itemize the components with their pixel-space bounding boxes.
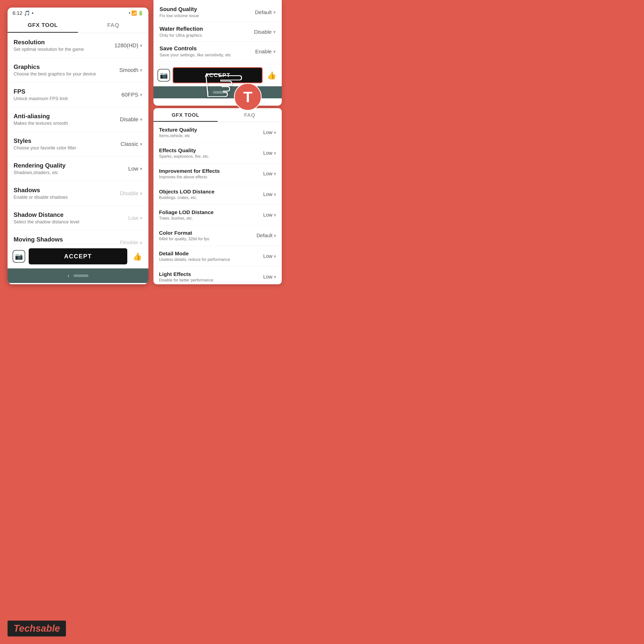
rt-setting-value[interactable]: Enable ▾ <box>255 49 276 55</box>
status-bar: 6:12 🎵 • • 📶 🔋 <box>8 8 148 17</box>
rb-setting-title: Foliage LOD Distance <box>159 209 263 215</box>
setting-title: Anti-aliasing <box>14 113 120 120</box>
setting-info: Anti-aliasing Makes the textures smooth <box>14 113 120 126</box>
rb-setting-info: Light Effects Disable for better perform… <box>159 271 263 283</box>
right-ig-icon[interactable]: 📷 <box>157 69 170 82</box>
value-text: Smooth <box>119 67 138 73</box>
chevron-down-icon: ▾ <box>140 190 142 196</box>
rb-setting-row[interactable]: Light Effects Disable for better perform… <box>153 267 282 284</box>
setting-title: Rendering Quality <box>14 162 128 169</box>
chevron-down-icon: ▾ <box>273 49 276 55</box>
rb-setting-title: Improvement for Effects <box>159 168 263 174</box>
left-setting-row[interactable]: Shadows Enable or disable shadows Disabl… <box>8 181 148 206</box>
techsable-t-logo: T <box>243 88 253 106</box>
rb-setting-value[interactable]: Low ▾ <box>263 150 276 156</box>
rt-setting-desc: Only for Ultra graphics <box>159 33 254 38</box>
rb-setting-info: Color Format 64bit for quality, 32bit fo… <box>159 230 257 241</box>
setting-title: Styles <box>14 137 120 144</box>
left-setting-row[interactable]: FPS Unlock maximum FPS limit 60FPS ▾ <box>8 83 148 107</box>
rt-setting-value[interactable]: Disable ▾ <box>254 29 276 35</box>
rb-value-text: Low <box>263 191 272 197</box>
value-text: Disable <box>120 190 138 197</box>
chevron-down-icon: ▾ <box>140 67 142 73</box>
rb-setting-row[interactable]: Foliage LOD Distance Trees, bushes, etc.… <box>153 205 282 225</box>
like-icon[interactable]: 👍 <box>131 250 143 263</box>
rb-setting-row[interactable]: Effects Quality Sparks, explosions, fire… <box>153 143 282 164</box>
value-text: 1280(HD) <box>114 42 138 49</box>
left-setting-row[interactable]: Styles Choose your favorite color filter… <box>8 132 148 156</box>
chevron-down-icon: ▾ <box>274 150 276 156</box>
left-setting-row[interactable]: Rendering Quality Shadows,shaders, etc L… <box>8 156 148 181</box>
battery-icon: 🔋 <box>138 10 143 16</box>
chevron-down-icon: ▾ <box>274 212 276 218</box>
setting-info: Resolution Set optimal resolution for th… <box>14 39 114 52</box>
setting-info: Shadows Enable or disable shadows <box>14 187 120 200</box>
instagram-icon[interactable]: 📷 <box>13 250 25 263</box>
rb-setting-desc: Sparks, explosions, fire, etc. <box>159 154 263 159</box>
tab-faq[interactable]: FAQ <box>78 17 148 33</box>
right-top-setting-row[interactable]: Sound Quality Fix low volume issue Defau… <box>153 3 282 22</box>
rb-setting-info: Effects Quality Sparks, explosions, fire… <box>159 147 263 159</box>
left-setting-row[interactable]: Anti-aliasing Makes the textures smooth … <box>8 107 148 132</box>
rb-setting-desc: Buildings, crates, etc. <box>159 195 263 200</box>
rb-value-text: Low <box>263 274 272 280</box>
setting-info: FPS Unlock maximum FPS limit <box>14 88 122 101</box>
rb-setting-title: Objects LOD Distance <box>159 189 263 195</box>
rt-setting-value[interactable]: Default ▾ <box>255 9 276 15</box>
rb-setting-value[interactable]: Low ▾ <box>263 253 276 259</box>
setting-desc: Set optimal resolution for the game <box>14 47 114 52</box>
rb-setting-value[interactable]: Low ▾ <box>263 212 276 218</box>
chevron-down-icon: ▾ <box>140 116 142 123</box>
rt-setting-title: Save Controls <box>159 45 255 52</box>
setting-title: Moving Shadows <box>14 236 120 243</box>
setting-value[interactable]: Low ▾ <box>128 215 142 221</box>
setting-value[interactable]: 1280(HD) ▾ <box>114 42 142 49</box>
setting-title: FPS <box>14 88 122 95</box>
rb-setting-value[interactable]: Default ▾ <box>257 233 276 239</box>
left-setting-row[interactable]: Graphics Choose the best graphics for yo… <box>8 58 148 83</box>
setting-desc: Makes the textures smooth <box>14 121 120 126</box>
rb-setting-row[interactable]: Color Format 64bit for quality, 32bit fo… <box>153 225 282 246</box>
chevron-down-icon: ▾ <box>273 9 276 15</box>
rb-setting-desc: Disable for better performance <box>159 278 263 283</box>
rt-value-text: Disable <box>254 29 272 35</box>
dot-indicator2: • <box>129 11 130 16</box>
rb-value-text: Low <box>263 150 272 156</box>
rb-setting-value[interactable]: Low ▾ <box>263 171 276 177</box>
setting-value[interactable]: Disable ▾ <box>120 190 142 197</box>
chevron-down-icon: ▾ <box>273 29 276 35</box>
rb-setting-row[interactable]: Objects LOD Distance Buildings, crates, … <box>153 184 282 205</box>
rb-setting-title: Color Format <box>159 230 257 236</box>
rb-setting-row[interactable]: Improvement for Effects Improves the abo… <box>153 164 282 184</box>
accept-button[interactable]: ACCEPT <box>29 248 127 264</box>
rt-setting-title: Sound Quality <box>159 6 255 13</box>
right-top-setting-row[interactable]: Water Reflection Only for Ultra graphics… <box>153 22 282 42</box>
rb-setting-row[interactable]: Detail Mode Useless details, reduce for … <box>153 246 282 267</box>
rb-setting-title: Detail Mode <box>159 251 263 257</box>
setting-value[interactable]: Smooth ▾ <box>119 67 142 73</box>
brand-name: Techsable <box>14 623 60 634</box>
setting-desc: Choose the best graphics for your device <box>14 71 119 77</box>
rb-setting-info: Detail Mode Useless details, reduce for … <box>159 251 263 262</box>
rb-setting-value[interactable]: Low ▾ <box>263 191 276 197</box>
setting-desc: Shadows,shaders, etc <box>14 170 128 175</box>
setting-info: Graphics Choose the best graphics for yo… <box>14 63 119 77</box>
rb-setting-value[interactable]: Low ▾ <box>263 130 276 136</box>
back-arrow[interactable]: ‹ <box>67 272 69 279</box>
setting-value[interactable]: Disable ▾ <box>120 116 142 123</box>
rb-setting-title: Texture Quality <box>159 127 263 133</box>
right-top-settings-list: Sound Quality Fix low volume issue Defau… <box>153 0 282 64</box>
rt-setting-title: Water Reflection <box>159 26 254 32</box>
rt-setting-desc: Fix low volume issue <box>159 13 255 18</box>
spotify-icon: 🎵 <box>24 10 30 16</box>
tab-gfx-tool[interactable]: GFX TOOL <box>8 17 78 33</box>
chevron-down-icon: ▾ <box>140 141 142 147</box>
setting-value[interactable]: Low ▾ <box>128 166 142 172</box>
rb-setting-value[interactable]: Low ▾ <box>263 274 276 280</box>
setting-value[interactable]: 60FPS ▾ <box>122 92 142 98</box>
left-setting-row[interactable]: Shadow Distance Select the shadow distan… <box>8 206 148 230</box>
rb-setting-desc: Items,vehicle, etc <box>159 134 263 138</box>
right-bottom-panel: GFX TOOL FAQ Texture Quality Items,vehic… <box>153 108 282 284</box>
left-setting-row[interactable]: Resolution Set optimal resolution for th… <box>8 33 148 58</box>
setting-value[interactable]: Classic ▾ <box>120 141 142 147</box>
